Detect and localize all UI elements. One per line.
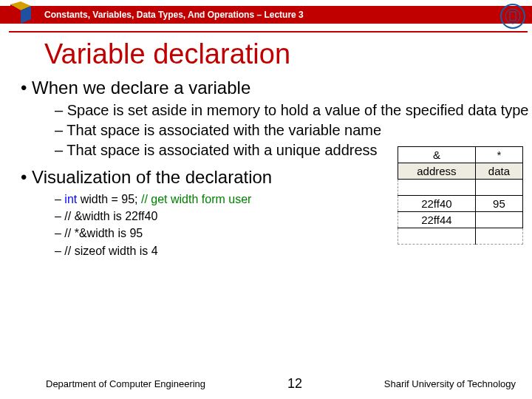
page-number: 12 [287, 376, 302, 392]
svg-point-3 [501, 4, 525, 28]
slide-title: Variable declaration [44, 38, 532, 70]
cell-data: 95 [475, 196, 522, 212]
main-bullets-2: Visualization of the declaration int wid… [0, 167, 398, 259]
th-address: address [398, 163, 476, 180]
university-seal-icon [499, 3, 526, 30]
code-line: // sizeof width is 4 [55, 242, 398, 259]
footer-right: Sharif University of Technology [384, 378, 516, 389]
cell-empty [398, 180, 476, 196]
th-amp: & [398, 147, 476, 163]
cell-empty [475, 180, 522, 196]
footer-left: Department of Computer Engineering [46, 378, 205, 389]
slide-header: Constants, Variables, Data Types, And Op… [0, 0, 532, 35]
code-line: // *&width is 95 [55, 225, 398, 242]
th-star: * [475, 147, 522, 163]
svg-point-4 [505, 9, 520, 24]
cell-addr: 22ff44 [398, 212, 476, 228]
cell-empty [398, 228, 476, 245]
cell-empty [475, 228, 522, 245]
bullet-visualization: Visualization of the declaration int wid… [21, 167, 398, 259]
cell-data [475, 212, 522, 228]
memory-table: &* addressdata 22ff4095 22ff44 [398, 146, 523, 245]
breadcrumb: Constants, Variables, Data Types, And Op… [44, 10, 304, 20]
code-line: // &width is 22ff40 [55, 208, 398, 225]
puzzle-logo-icon [4, 1, 37, 30]
sub-bullet: That space is associated with the variab… [55, 121, 532, 140]
slide-footer: Department of Computer Engineering 12 Sh… [0, 376, 532, 392]
breadcrumb-bar: Constants, Variables, Data Types, And Op… [0, 6, 532, 24]
cell-addr: 22ff40 [398, 196, 476, 212]
code-line: int width = 95; // get width form user [55, 191, 398, 208]
svg-rect-5 [510, 12, 516, 21]
sub-bullet: Space is set aside in memory to hold a v… [55, 101, 532, 120]
th-data: data [475, 163, 522, 180]
header-underline [9, 31, 528, 33]
